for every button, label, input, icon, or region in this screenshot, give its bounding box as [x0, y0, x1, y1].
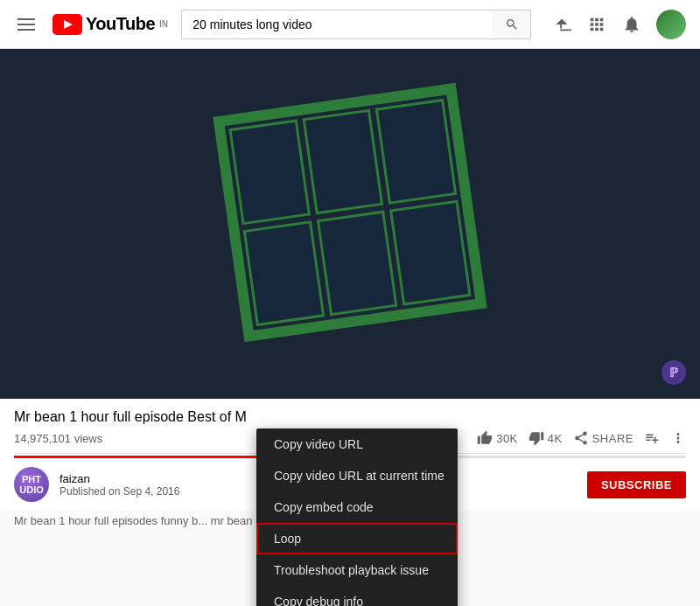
- header-right: [551, 10, 686, 39]
- apps-icon[interactable]: [586, 14, 607, 35]
- channel-name: faizan: [60, 472, 179, 485]
- like-count: 30K: [496, 432, 518, 445]
- upload-icon[interactable]: [551, 14, 572, 35]
- share-button[interactable]: SHARE: [573, 430, 634, 446]
- hamburger-menu[interactable]: [14, 15, 38, 34]
- context-menu-loop[interactable]: Loop: [256, 523, 458, 554]
- logo-country: IN: [159, 19, 168, 29]
- video-thumbnail: ℙ: [0, 49, 700, 399]
- notifications-icon[interactable]: [621, 14, 642, 35]
- channel-avatar-text: PHTUDIO: [19, 474, 44, 495]
- window-frame: [228, 99, 472, 326]
- context-menu: Copy video URL Copy video URL at current…: [256, 428, 458, 606]
- logo-text: YouTube: [86, 14, 155, 34]
- more-button[interactable]: [670, 430, 686, 446]
- search-button[interactable]: [493, 10, 531, 39]
- video-player[interactable]: ℙ: [0, 49, 700, 399]
- header-left: YouTubeIN: [14, 14, 172, 35]
- channel-left: PHTUDIO faizan Published on Sep 4, 2016: [14, 467, 179, 502]
- add-to-playlist-button[interactable]: [644, 430, 660, 446]
- like-button[interactable]: 30K: [477, 430, 518, 446]
- header: YouTubeIN: [0, 0, 700, 49]
- channel-watermark: ℙ: [662, 360, 686, 385]
- view-count: 14,975,101 views: [14, 432, 102, 445]
- dislike-button[interactable]: 4K: [528, 430, 563, 446]
- youtube-logo-icon: [52, 14, 82, 35]
- video-title: Mr bean 1 hour full episode Best of M: [14, 409, 452, 425]
- search-input[interactable]: [181, 10, 493, 39]
- channel-published: Published on Sep 4, 2016: [60, 485, 179, 498]
- subscribe-button[interactable]: SUBSCRIBE: [587, 471, 686, 498]
- share-label: SHARE: [592, 432, 634, 445]
- channel-info: faizan Published on Sep 4, 2016: [60, 472, 179, 498]
- avatar[interactable]: [656, 10, 686, 39]
- context-menu-copy-url-time[interactable]: Copy video URL at current time: [256, 460, 458, 491]
- search-icon: [505, 17, 519, 31]
- context-menu-troubleshoot[interactable]: Troubleshoot playback issue: [256, 554, 458, 586]
- action-buttons: 30K 4K SHARE: [477, 430, 686, 446]
- logo-area[interactable]: YouTubeIN: [52, 14, 168, 35]
- context-menu-copy-url[interactable]: Copy video URL: [256, 428, 458, 460]
- dislike-count: 4K: [548, 432, 563, 445]
- channel-avatar[interactable]: PHTUDIO: [14, 467, 49, 502]
- context-menu-copy-debug[interactable]: Copy debug info: [256, 586, 458, 606]
- context-menu-copy-embed[interactable]: Copy embed code: [256, 491, 458, 523]
- search-area: [181, 10, 531, 39]
